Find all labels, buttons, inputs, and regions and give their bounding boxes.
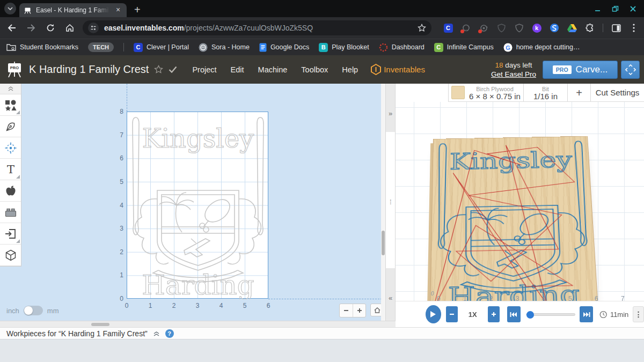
forward-button[interactable] [24,20,39,35]
scrollbar-thumb[interactable] [382,231,385,255]
text-tool[interactable]: T [0,159,21,180]
collapse-left-icon[interactable]: « [386,294,395,302]
reload-button[interactable] [43,20,58,35]
browser-menu-icon[interactable] [629,23,639,33]
cut-settings-button[interactable]: Cut Settings [590,84,644,101]
preview-3d-view[interactable]: Kingsley Harding 0 0 1 2 3 4 5 6 7 [396,102,644,301]
projects-library-tool[interactable] [0,202,21,223]
material-cell[interactable]: Birch Plywood 6 × 8 × 0.75 in [448,84,523,101]
extension-shield-icon-1[interactable] [496,23,506,33]
design-text-top[interactable]: Kingsley [142,123,254,153]
skip-to-start-button[interactable] [507,306,521,322]
project-title: K Harding 1 Family Crest [29,63,149,76]
speed-value: 1X [469,311,477,319]
favorite-star-icon[interactable] [154,65,163,74]
window-close-button[interactable] [630,5,636,12]
bit-cell[interactable]: Bit 1/16 in [523,84,567,101]
browser-tab[interactable]: Easel - K Harding 1 Family Cre × [19,3,127,17]
extensions-puzzle-icon[interactable] [585,23,595,33]
jog-machine-button[interactable] [621,61,640,79]
extension-s-icon[interactable] [550,23,559,33]
extension-icon-2[interactable] [479,23,488,33]
inventables-brand[interactable]: Inventables [371,64,425,75]
skip-to-end-button[interactable] [580,306,593,322]
workpiece-board-3d: Kingsley Harding [430,136,598,301]
menu-machine[interactable]: Machine [258,65,288,74]
extension-clever-icon[interactable]: C [443,23,453,33]
bookmarks-bar: Student Bookmarks TECH CClever | Portal … [0,39,644,55]
workpiece[interactable]: Kingsley Harding [127,112,268,299]
pen-tool[interactable] [0,116,21,137]
ruler-x-0: 0 [121,302,132,309]
zoom-in-button[interactable] [353,304,365,317]
extension-kami-icon[interactable]: k [532,23,541,33]
simulation-slider[interactable] [526,313,575,316]
material-header: Birch Plywood 6 × 8 × 0.75 in Bit 1/16 i… [448,84,644,102]
bookmark-blooket[interactable]: BPlay Blooket [319,43,369,52]
menu-help[interactable]: Help [342,65,358,74]
bookmark-home-depot[interactable]: Ghome depot cutting… [503,43,580,52]
ruler-y-3: 3 [111,225,123,232]
home-button[interactable] [62,20,77,35]
workpieces-bar[interactable]: Workpieces for “K Harding 1 Family Crest… [0,327,644,339]
drill-point-tool[interactable] [0,137,21,159]
side-panel-icon[interactable] [611,23,621,33]
site-info-icon[interactable] [88,23,99,33]
bookmark-clever[interactable]: CClever | Portal [134,43,189,52]
menu-edit[interactable]: Edit [231,65,244,74]
extension-drive-icon[interactable] [567,23,577,33]
play-button[interactable] [426,305,441,323]
menu-toolbox[interactable]: Toolbox [301,65,328,74]
expand-right-icon[interactable]: » [386,109,395,117]
crest-design-gray[interactable]: Kingsley Harding [127,112,269,299]
bookmark-star-icon[interactable] [418,24,426,32]
design-canvas[interactable]: Kingsley Harding 8 7 6 5 4 3 2 1 0 0 1 2… [0,84,382,321]
carve-button[interactable]: PRO Carve... [543,61,618,79]
bookmark-sora[interactable]: Sora - Home [199,43,250,52]
bookmark-dashboard[interactable]: Dashboard [379,43,425,52]
bookmarks-folder[interactable]: Student Bookmarks [6,43,78,51]
panel-splitter[interactable]: » ⁞ « [385,84,396,327]
playbar-menu-button[interactable]: ⋮ [633,306,644,322]
canvas-horizontal-scrollbar[interactable] [0,321,396,327]
get-easel-pro-link[interactable]: Get Easel Pro [491,70,536,78]
folder-icon [6,43,16,51]
import-tool[interactable] [0,223,21,245]
bookmark-badge-tech[interactable]: TECH [88,42,114,52]
window-minimize-button[interactable] [594,5,601,12]
bookmark-infinite-campus[interactable]: CInfinite Campus [434,43,494,52]
speed-decrease-button[interactable] [446,306,458,322]
google-docs-icon [259,43,267,52]
back-button[interactable] [4,20,19,35]
new-tab-button[interactable]: + [134,4,141,15]
slider-thumb[interactable] [526,311,534,319]
speed-increase-button[interactable] [488,306,500,322]
palette-collapse-button[interactable] [0,84,21,94]
shapes-tool[interactable] [0,94,21,116]
extension-shield-icon-2[interactable] [514,23,524,33]
menu-project[interactable]: Project [192,65,216,74]
scrollbar-thumb-h[interactable] [91,323,109,326]
carve-text-bottom: Harding [448,279,581,301]
design-text-bottom[interactable]: Harding [142,270,254,299]
text-icon: T [4,163,17,176]
splitter-drag-handle[interactable]: ⁞ [390,201,391,209]
canvas-vertical-scrollbar[interactable] [381,84,385,321]
add-bit-button[interactable]: + [567,84,590,101]
zoom-home-button[interactable] [370,304,382,316]
3d-view-tool[interactable] [0,245,21,266]
bookmark-google-docs[interactable]: Google Docs [259,43,309,52]
zoom-out-button[interactable] [340,304,353,317]
address-bar[interactable]: easel.inventables.com /projects/AzwwZa7c… [83,20,431,35]
window-restore-button[interactable] [612,5,619,12]
chevron-down-icon [8,7,13,10]
jog-arrows-icon [625,64,636,75]
tab-close-icon[interactable]: × [114,6,122,14]
ruler-y-2: 2 [111,248,123,256]
collapse-up-icon[interactable] [153,331,160,336]
units-toggle[interactable] [24,306,43,315]
tab-search-button[interactable] [4,3,16,14]
help-button[interactable]: ? [165,329,174,338]
icons-library-tool[interactable] [0,180,21,202]
extension-icon-1[interactable] [461,23,471,33]
